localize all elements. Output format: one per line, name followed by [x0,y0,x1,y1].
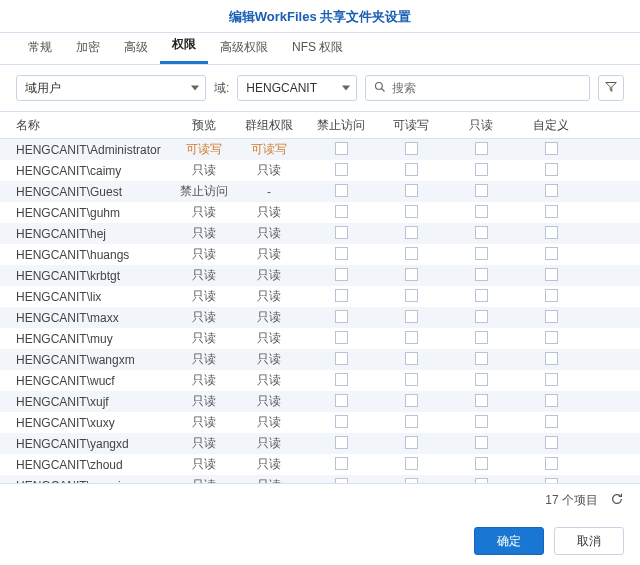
table-row[interactable]: HENGCANIT\hej只读只读 [0,223,640,244]
checkbox-deny[interactable] [335,268,348,281]
checkbox-custom[interactable] [545,331,558,344]
table-row[interactable]: HENGCANIT\wangxm只读只读 [0,349,640,370]
checkbox-deny[interactable] [335,205,348,218]
table-row[interactable]: HENGCANIT\xuxy只读只读 [0,412,640,433]
col-custom[interactable]: 自定义 [516,117,586,134]
checkbox-custom[interactable] [545,142,558,155]
search-input[interactable] [392,81,581,95]
table-row[interactable]: HENGCANIT\zouwj只读只读 [0,475,640,483]
checkbox-custom[interactable] [545,415,558,428]
checkbox-deny[interactable] [335,352,348,365]
checkbox-rw[interactable] [405,226,418,239]
table-row[interactable]: HENGCANIT\lix只读只读 [0,286,640,307]
checkbox-deny[interactable] [335,247,348,260]
tab-4[interactable]: 高级权限 [208,31,280,64]
checkbox-custom[interactable] [545,205,558,218]
table-row[interactable]: HENGCANIT\muy只读只读 [0,328,640,349]
checkbox-custom[interactable] [545,247,558,260]
checkbox-ro[interactable] [475,289,488,302]
checkbox-deny[interactable] [335,142,348,155]
checkbox-deny[interactable] [335,310,348,323]
tab-1[interactable]: 加密 [64,31,112,64]
checkbox-deny[interactable] [335,289,348,302]
checkbox-custom[interactable] [545,352,558,365]
checkbox-custom[interactable] [545,163,558,176]
col-name[interactable]: 名称 [16,117,176,134]
checkbox-rw[interactable] [405,457,418,470]
checkbox-ro[interactable] [475,415,488,428]
checkbox-ro[interactable] [475,205,488,218]
checkbox-deny[interactable] [335,163,348,176]
refresh-button[interactable] [610,492,624,509]
checkbox-ro[interactable] [475,352,488,365]
col-preview[interactable]: 预览 [176,117,232,134]
checkbox-deny[interactable] [335,331,348,344]
table-row[interactable]: HENGCANIT\maxx只读只读 [0,307,640,328]
checkbox-custom[interactable] [545,289,558,302]
checkbox-custom[interactable] [545,226,558,239]
filter-button[interactable] [598,75,624,101]
checkbox-rw[interactable] [405,436,418,449]
checkbox-rw[interactable] [405,268,418,281]
checkbox-ro[interactable] [475,310,488,323]
scope-select[interactable]: 域用户 [16,75,206,101]
checkbox-rw[interactable] [405,310,418,323]
table-row[interactable]: HENGCANIT\yangxd只读只读 [0,433,640,454]
checkbox-rw[interactable] [405,163,418,176]
checkbox-custom[interactable] [545,457,558,470]
col-rw[interactable]: 可读写 [376,117,446,134]
cancel-button[interactable]: 取消 [554,527,624,555]
checkbox-ro[interactable] [475,163,488,176]
checkbox-rw[interactable] [405,394,418,407]
checkbox-ro[interactable] [475,268,488,281]
tab-3[interactable]: 权限 [160,28,208,64]
checkbox-custom[interactable] [545,394,558,407]
col-deny[interactable]: 禁止访问 [306,117,376,134]
checkbox-custom[interactable] [545,373,558,386]
checkbox-ro[interactable] [475,226,488,239]
checkbox-rw[interactable] [405,289,418,302]
checkbox-custom[interactable] [545,184,558,197]
domain-select[interactable]: HENGCANIT [237,75,357,101]
checkbox-ro[interactable] [475,373,488,386]
checkbox-deny[interactable] [335,457,348,470]
table-row[interactable]: HENGCANIT\krbtgt只读只读 [0,265,640,286]
checkbox-rw[interactable] [405,247,418,260]
checkbox-deny[interactable] [335,436,348,449]
checkbox-rw[interactable] [405,352,418,365]
tab-5[interactable]: NFS 权限 [280,31,355,64]
search-box[interactable] [365,75,590,101]
checkbox-rw[interactable] [405,142,418,155]
table-row[interactable]: HENGCANIT\zhoud只读只读 [0,454,640,475]
table-row[interactable]: HENGCANIT\Administrator可读写可读写 [0,139,640,160]
checkbox-custom[interactable] [545,436,558,449]
checkbox-rw[interactable] [405,331,418,344]
table-row[interactable]: HENGCANIT\caimy只读只读 [0,160,640,181]
checkbox-ro[interactable] [475,184,488,197]
checkbox-rw[interactable] [405,205,418,218]
checkbox-ro[interactable] [475,247,488,260]
checkbox-deny[interactable] [335,394,348,407]
checkbox-ro[interactable] [475,436,488,449]
checkbox-deny[interactable] [335,415,348,428]
table-row[interactable]: HENGCANIT\wucf只读只读 [0,370,640,391]
col-group[interactable]: 群组权限 [232,117,306,134]
checkbox-ro[interactable] [475,457,488,470]
checkbox-rw[interactable] [405,184,418,197]
checkbox-deny[interactable] [335,184,348,197]
table-row[interactable]: HENGCANIT\Guest禁止访问- [0,181,640,202]
checkbox-custom[interactable] [545,268,558,281]
checkbox-ro[interactable] [475,331,488,344]
table-row[interactable]: HENGCANIT\xujf只读只读 [0,391,640,412]
tab-2[interactable]: 高级 [112,31,160,64]
checkbox-ro[interactable] [475,142,488,155]
checkbox-rw[interactable] [405,373,418,386]
col-ro[interactable]: 只读 [446,117,516,134]
tab-0[interactable]: 常规 [16,31,64,64]
ok-button[interactable]: 确定 [474,527,544,555]
checkbox-deny[interactable] [335,373,348,386]
checkbox-deny[interactable] [335,226,348,239]
checkbox-rw[interactable] [405,415,418,428]
checkbox-custom[interactable] [545,310,558,323]
table-row[interactable]: HENGCANIT\guhm只读只读 [0,202,640,223]
